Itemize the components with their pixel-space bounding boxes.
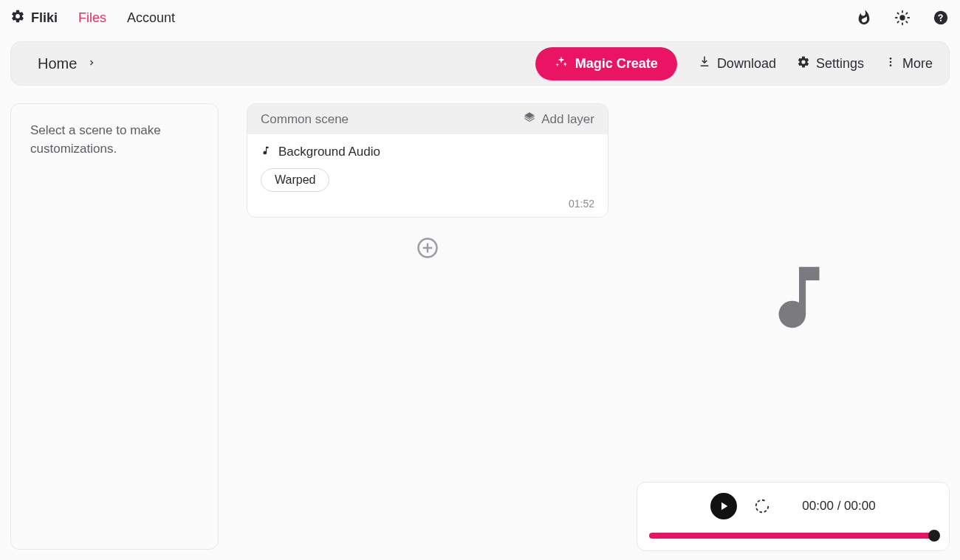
svg-point-10 <box>890 58 892 60</box>
nav-link-account[interactable]: Account <box>127 10 175 26</box>
nav-link-files[interactable]: Files <box>78 10 106 26</box>
time-separator: / <box>834 499 844 513</box>
inspector-placeholder: Select a scene to make customizations. <box>30 123 161 156</box>
layer-row[interactable]: Background Audio <box>261 145 594 159</box>
layers-icon <box>524 111 535 127</box>
progress-track <box>649 533 937 539</box>
svg-line-8 <box>906 13 907 14</box>
settings-label: Settings <box>816 56 864 72</box>
brand[interactable]: Fliki <box>10 9 58 27</box>
settings-button[interactable]: Settings <box>797 55 864 72</box>
add-scene-button[interactable] <box>416 237 439 259</box>
svg-line-7 <box>898 21 899 22</box>
play-button[interactable] <box>710 493 737 519</box>
add-layer-button[interactable]: Add layer <box>524 111 594 127</box>
trending-icon[interactable] <box>855 9 873 27</box>
add-layer-label: Add layer <box>541 112 594 127</box>
brand-label: Fliki <box>31 10 58 26</box>
svg-line-4 <box>906 21 907 22</box>
time-display: 00:00 / 00:00 <box>802 499 875 514</box>
scene-duration: 01:52 <box>261 198 594 210</box>
scene-card[interactable]: Common scene Add layer Background Audio … <box>247 103 608 218</box>
chevron-right-icon <box>87 58 96 69</box>
magic-create-button[interactable]: Magic Create <box>535 47 677 80</box>
time-total: 00:00 <box>844 499 876 513</box>
replay-button[interactable] <box>753 497 771 515</box>
gear-icon <box>797 55 810 72</box>
scene-card-body: Background Audio Warped 01:52 <box>247 134 608 217</box>
nav-left: Fliki Files Account <box>10 9 175 27</box>
progress-bar[interactable] <box>649 533 937 539</box>
brand-icon <box>10 9 25 27</box>
breadcrumb-home[interactable]: Home <box>38 55 77 72</box>
time-current: 00:00 <box>802 499 834 513</box>
toolbar-actions: Magic Create Download Settings More <box>535 47 933 80</box>
player-controls: 00:00 / 00:00 <box>649 493 937 519</box>
svg-point-12 <box>890 64 892 66</box>
more-icon <box>885 56 896 72</box>
download-icon <box>698 55 711 72</box>
scene-column: Common scene Add layer Background Audio … <box>247 103 608 259</box>
scene-title: Common scene <box>261 112 349 127</box>
svg-point-11 <box>890 61 892 63</box>
track-pill[interactable]: Warped <box>261 168 329 192</box>
top-nav: Fliki Files Account <box>0 0 960 35</box>
svg-point-0 <box>899 15 905 20</box>
progress-thumb[interactable] <box>928 530 940 542</box>
preview-placeholder-icon <box>758 242 840 356</box>
download-button[interactable]: Download <box>698 55 776 72</box>
magic-create-label: Magic Create <box>575 56 658 72</box>
inspector-panel: Select a scene to make customizations. <box>10 103 219 550</box>
track-name: Warped <box>275 173 315 187</box>
breadcrumb[interactable]: Home <box>38 55 96 72</box>
nav-right <box>855 9 950 27</box>
more-button[interactable]: More <box>885 56 933 72</box>
more-label: More <box>902 56 933 72</box>
scene-card-header: Common scene Add layer <box>247 104 608 134</box>
player-bar: 00:00 / 00:00 <box>637 482 950 551</box>
sparkle-icon <box>555 55 568 72</box>
theme-toggle-icon[interactable] <box>894 9 911 27</box>
svg-line-3 <box>898 13 899 14</box>
help-icon[interactable] <box>932 9 950 27</box>
music-note-icon <box>261 145 271 159</box>
download-label: Download <box>717 56 776 72</box>
layer-label: Background Audio <box>278 145 380 159</box>
toolbar: Home Magic Create Download Settings <box>10 41 950 86</box>
